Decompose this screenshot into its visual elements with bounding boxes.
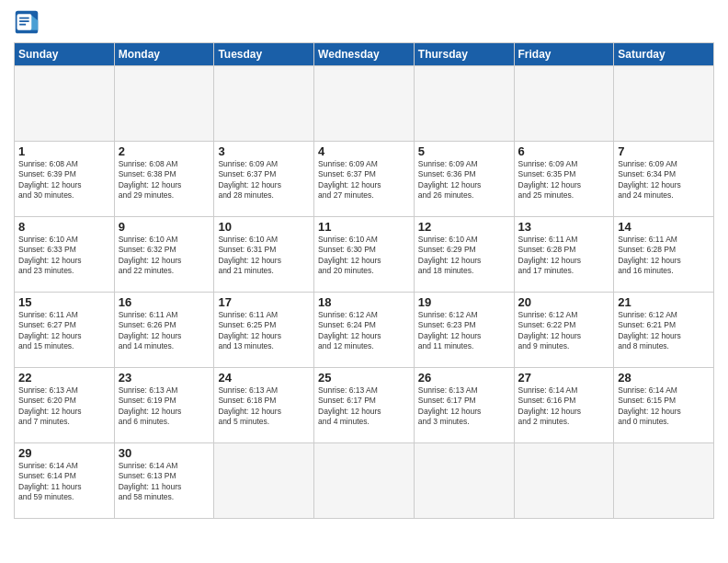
day-cell: 27Sunrise: 6:14 AM Sunset: 6:16 PM Dayli… [514,368,614,443]
day-cell: 29Sunrise: 6:14 AM Sunset: 6:14 PM Dayli… [15,443,115,519]
day-number: 19 [418,295,510,309]
weekday-header-row: SundayMondayTuesdayWednesdayThursdayFrid… [15,43,714,66]
day-cell: 2Sunrise: 6:08 AM Sunset: 6:38 PM Daylig… [114,142,214,217]
week-row-2: 8Sunrise: 6:10 AM Sunset: 6:33 PM Daylig… [15,217,714,293]
day-cell: 26Sunrise: 6:13 AM Sunset: 6:17 PM Dayli… [414,368,514,443]
day-info: Sunrise: 6:08 AM Sunset: 6:39 PM Dayligh… [18,159,110,201]
day-number: 24 [218,371,310,385]
day-info: Sunrise: 6:10 AM Sunset: 6:29 PM Dayligh… [418,235,510,277]
day-info: Sunrise: 6:12 AM Sunset: 6:23 PM Dayligh… [418,310,510,352]
day-info: Sunrise: 6:11 AM Sunset: 6:27 PM Dayligh… [18,310,110,352]
weekday-header-wednesday: Wednesday [314,43,415,66]
day-cell: 6Sunrise: 6:09 AM Sunset: 6:35 PM Daylig… [514,142,614,217]
day-info: Sunrise: 6:10 AM Sunset: 6:30 PM Dayligh… [318,235,410,277]
day-number: 3 [218,144,310,158]
day-number: 7 [618,144,710,158]
day-cell: 16Sunrise: 6:11 AM Sunset: 6:26 PM Dayli… [114,293,214,368]
day-cell: 8Sunrise: 6:10 AM Sunset: 6:33 PM Daylig… [15,217,115,293]
day-info: Sunrise: 6:13 AM Sunset: 6:18 PM Dayligh… [218,385,310,428]
header [14,9,714,35]
day-cell [314,66,415,142]
day-info: Sunrise: 6:11 AM Sunset: 6:25 PM Dayligh… [218,310,310,352]
day-number: 9 [119,220,210,234]
day-number: 16 [119,295,210,309]
day-number: 25 [318,371,410,385]
day-cell: 17Sunrise: 6:11 AM Sunset: 6:25 PM Dayli… [214,293,314,368]
day-info: Sunrise: 6:11 AM Sunset: 6:28 PM Dayligh… [618,235,710,277]
day-cell: 21Sunrise: 6:12 AM Sunset: 6:21 PM Dayli… [614,293,714,368]
day-cell [614,66,714,142]
day-number: 13 [518,220,610,234]
day-info: Sunrise: 6:09 AM Sunset: 6:34 PM Dayligh… [618,159,710,201]
day-cell [514,66,614,142]
day-number: 23 [119,371,210,385]
day-cell [414,66,514,142]
day-number: 10 [218,220,310,234]
day-info: Sunrise: 6:12 AM Sunset: 6:21 PM Dayligh… [618,310,710,352]
day-cell [214,443,314,519]
weekday-header-friday: Friday [514,43,614,66]
day-info: Sunrise: 6:09 AM Sunset: 6:35 PM Dayligh… [518,159,610,201]
day-number: 30 [119,446,210,460]
day-number: 17 [218,295,310,309]
day-number: 6 [518,144,610,158]
day-number: 20 [518,295,610,309]
day-number: 12 [418,220,510,234]
day-cell [15,66,115,142]
page: SundayMondayTuesdayWednesdayThursdayFrid… [0,0,728,563]
day-cell: 28Sunrise: 6:14 AM Sunset: 6:15 PM Dayli… [614,368,714,443]
day-number: 27 [518,371,610,385]
day-cell [614,443,714,519]
day-info: Sunrise: 6:14 AM Sunset: 6:15 PM Dayligh… [618,385,710,428]
day-info: Sunrise: 6:11 AM Sunset: 6:26 PM Dayligh… [119,310,210,352]
weekday-header-thursday: Thursday [414,43,514,66]
svg-rect-4 [19,20,29,22]
day-cell: 1Sunrise: 6:08 AM Sunset: 6:39 PM Daylig… [15,142,115,217]
svg-rect-5 [19,24,26,26]
day-number: 21 [618,295,710,309]
logo-icon [14,9,40,35]
day-info: Sunrise: 6:10 AM Sunset: 6:33 PM Dayligh… [18,235,110,277]
day-info: Sunrise: 6:12 AM Sunset: 6:22 PM Dayligh… [518,310,610,352]
logo [14,9,43,35]
day-cell: 5Sunrise: 6:09 AM Sunset: 6:36 PM Daylig… [414,142,514,217]
day-info: Sunrise: 6:13 AM Sunset: 6:20 PM Dayligh… [18,385,110,428]
day-cell: 18Sunrise: 6:12 AM Sunset: 6:24 PM Dayli… [314,293,415,368]
weekday-header-tuesday: Tuesday [214,43,314,66]
day-info: Sunrise: 6:12 AM Sunset: 6:24 PM Dayligh… [318,310,410,352]
day-cell: 4Sunrise: 6:09 AM Sunset: 6:37 PM Daylig… [314,142,415,217]
weekday-header-saturday: Saturday [614,43,714,66]
day-info: Sunrise: 6:13 AM Sunset: 6:17 PM Dayligh… [318,385,410,428]
day-cell: 11Sunrise: 6:10 AM Sunset: 6:30 PM Dayli… [314,217,415,293]
day-info: Sunrise: 6:14 AM Sunset: 6:14 PM Dayligh… [18,461,110,503]
week-row-5: 29Sunrise: 6:14 AM Sunset: 6:14 PM Dayli… [15,443,714,519]
day-cell: 3Sunrise: 6:09 AM Sunset: 6:37 PM Daylig… [214,142,314,217]
day-cell [114,66,214,142]
weekday-header-monday: Monday [114,43,214,66]
week-row-0 [15,66,714,142]
day-cell: 15Sunrise: 6:11 AM Sunset: 6:27 PM Dayli… [15,293,115,368]
week-row-3: 15Sunrise: 6:11 AM Sunset: 6:27 PM Dayli… [15,293,714,368]
day-info: Sunrise: 6:09 AM Sunset: 6:37 PM Dayligh… [218,159,310,201]
day-cell: 13Sunrise: 6:11 AM Sunset: 6:28 PM Dayli… [514,217,614,293]
day-number: 29 [18,446,110,460]
weekday-header-sunday: Sunday [15,43,115,66]
day-info: Sunrise: 6:09 AM Sunset: 6:37 PM Dayligh… [318,159,410,201]
day-number: 2 [119,144,210,158]
day-info: Sunrise: 6:08 AM Sunset: 6:38 PM Dayligh… [119,159,210,201]
day-cell: 19Sunrise: 6:12 AM Sunset: 6:23 PM Dayli… [414,293,514,368]
day-cell [514,443,614,519]
day-cell: 7Sunrise: 6:09 AM Sunset: 6:34 PM Daylig… [614,142,714,217]
day-info: Sunrise: 6:14 AM Sunset: 6:13 PM Dayligh… [119,461,210,503]
day-info: Sunrise: 6:11 AM Sunset: 6:28 PM Dayligh… [518,235,610,277]
day-number: 22 [18,371,110,385]
day-number: 15 [18,295,110,309]
day-number: 11 [318,220,410,234]
day-info: Sunrise: 6:09 AM Sunset: 6:36 PM Dayligh… [418,159,510,201]
day-cell: 23Sunrise: 6:13 AM Sunset: 6:19 PM Dayli… [114,368,214,443]
day-number: 1 [18,144,110,158]
day-info: Sunrise: 6:13 AM Sunset: 6:17 PM Dayligh… [418,385,510,428]
day-number: 28 [618,371,710,385]
day-cell: 20Sunrise: 6:12 AM Sunset: 6:22 PM Dayli… [514,293,614,368]
day-number: 26 [418,371,510,385]
